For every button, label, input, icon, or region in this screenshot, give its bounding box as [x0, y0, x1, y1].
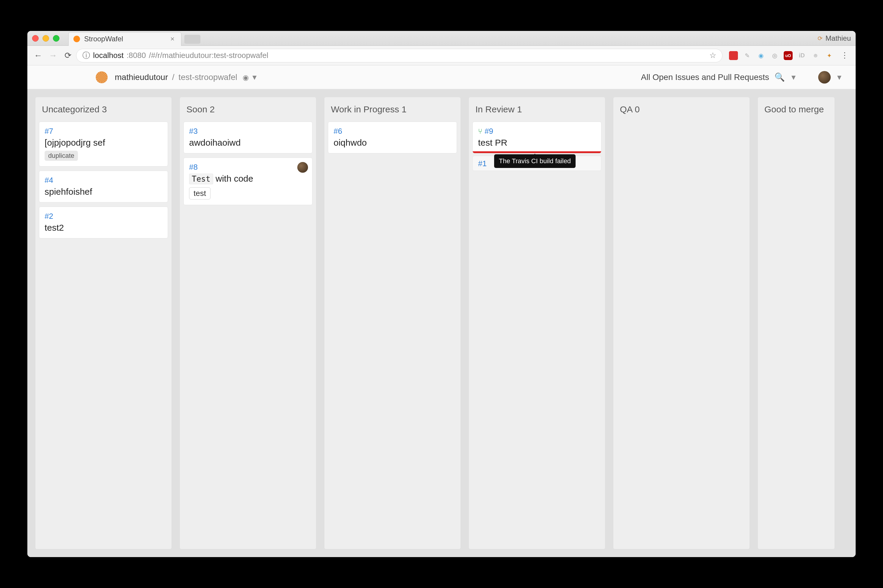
search-icon[interactable]: 🔍	[775, 72, 785, 82]
issue-number[interactable]: #8	[189, 163, 198, 172]
issue-card[interactable]: #2 test2	[39, 207, 168, 238]
column-cards	[758, 122, 835, 125]
issue-title: spiehfoishef	[45, 187, 162, 197]
nav-forward-button[interactable]: →	[46, 49, 60, 62]
titlebar: StroopWafel × ⟳ Mathieu	[27, 31, 856, 46]
app-logo-icon[interactable]	[96, 71, 108, 83]
filter-label[interactable]: All Open Issues and Pull Requests	[641, 72, 769, 82]
column-cards: ⑂ #9 test PR #1 The Travis CI build fail…	[469, 122, 605, 174]
issue-title: oiqhwdo	[334, 138, 451, 148]
column-count: 0	[635, 104, 640, 114]
chevron-down-icon[interactable]: ▾	[837, 72, 841, 82]
column-good-to-merge: Good to merge	[757, 97, 835, 549]
assignee-avatar[interactable]	[297, 162, 308, 173]
column-title: Soon	[186, 104, 207, 114]
issue-title: awdoihaoiwd	[189, 138, 307, 148]
column-header[interactable]: Work in Progress 1	[324, 97, 460, 122]
header-right: All Open Issues and Pull Requests 🔍 ▾ ▾	[641, 71, 841, 84]
user-avatar[interactable]	[818, 71, 831, 84]
extension-icon[interactable]: uO	[784, 51, 793, 60]
column-cards	[613, 122, 750, 125]
nav-back-button[interactable]: ←	[31, 49, 45, 62]
column-header[interactable]: QA 0	[613, 97, 750, 122]
issue-label[interactable]: test	[189, 187, 210, 200]
breadcrumb-repo[interactable]: test-stroopwafel	[178, 72, 237, 82]
nav-reload-button[interactable]: ⟳	[61, 49, 74, 62]
column-title: Good to merge	[765, 104, 824, 114]
extension-icon[interactable]: ◎	[770, 51, 779, 60]
issue-number[interactable]: #3	[189, 127, 198, 136]
issue-number[interactable]: ⑂ #9	[478, 127, 493, 136]
issue-card[interactable]: #8 Test with code test	[183, 158, 312, 205]
column-title: QA	[620, 104, 633, 114]
close-tab-icon[interactable]: ×	[170, 35, 174, 43]
browser-window: StroopWafel × ⟳ Mathieu ← → ⟳ ⓘ localhos…	[27, 31, 856, 557]
zoom-window-button[interactable]	[53, 35, 60, 42]
column-uncategorized: Uncategorized 3 #7 [ojpjopodjrg sef dupl…	[35, 97, 172, 549]
addr-port: :8080	[127, 51, 146, 60]
issue-title-code: Test	[189, 174, 213, 184]
window-controls	[32, 35, 60, 42]
column-count: 1	[517, 104, 522, 114]
sync-icon: ⟳	[818, 35, 823, 42]
column-count: 3	[102, 104, 107, 114]
column-header[interactable]: Uncategorized 3	[35, 97, 172, 122]
issue-number[interactable]: #6	[334, 127, 342, 136]
chevron-down-icon[interactable]: ▾	[252, 72, 256, 82]
breadcrumb-separator: /	[172, 72, 174, 82]
column-header[interactable]: Good to merge	[758, 97, 835, 122]
issue-card[interactable]: #4 spiehfoishef	[39, 171, 168, 202]
minimize-window-button[interactable]	[42, 35, 49, 42]
issue-title: [ojpjopodjrg sef	[45, 138, 162, 148]
bookmark-star-icon[interactable]: ☆	[709, 51, 716, 60]
issue-card-peek[interactable]: #1 The Travis CI build failed	[472, 156, 601, 171]
column-wip: Work in Progress 1 #6 oiqhwdo	[324, 97, 461, 549]
column-header[interactable]: Soon 2	[180, 97, 316, 122]
breadcrumb: mathieudutour / test-stroopwafel ◉ ▾	[115, 72, 256, 82]
address-bar[interactable]: ⓘ localhost:8080/#/r/mathieudutour:test-…	[76, 49, 723, 62]
extension-icon[interactable]	[729, 51, 738, 60]
kanban-board: Uncategorized 3 #7 [ojpjopodjrg sef dupl…	[27, 89, 856, 557]
chevron-down-icon[interactable]: ▾	[792, 72, 796, 82]
extension-icon[interactable]: iD	[798, 51, 806, 60]
profile-name: Mathieu	[826, 34, 851, 42]
column-cards: #6 oiqhwdo	[324, 122, 460, 157]
issue-title-text: with code	[213, 174, 253, 183]
column-count: 1	[402, 104, 407, 114]
addr-path: /#/r/mathieudutour:test-stroopwafel	[149, 51, 268, 60]
ci-tooltip: The Travis CI build failed	[494, 154, 576, 168]
extension-icon[interactable]: ☻	[811, 51, 820, 60]
column-soon: Soon 2 #3 awdoihaoiwd #8 Test with code …	[180, 97, 316, 549]
eye-icon[interactable]: ◉	[243, 74, 249, 81]
pull-request-icon: ⑂	[478, 127, 482, 135]
tab-favicon	[73, 36, 80, 42]
column-in-review: In Review 1 ⑂ #9 test PR #1 The Travis C…	[469, 97, 605, 549]
new-tab-button[interactable]	[184, 35, 200, 44]
issue-card[interactable]: #7 [ojpjopodjrg sef duplicate	[39, 122, 168, 166]
issue-card[interactable]: #3 awdoihaoiwd	[183, 122, 312, 153]
browser-menu-button[interactable]: ⋮	[838, 51, 852, 60]
issue-number[interactable]: #7	[45, 127, 53, 136]
issue-title: Test with code	[189, 174, 307, 184]
issue-card[interactable]: #6 oiqhwdo	[328, 122, 457, 153]
issue-number-text: #9	[484, 127, 493, 136]
column-qa: QA 0	[613, 97, 750, 549]
tab-title: StroopWafel	[84, 35, 123, 43]
browser-tab[interactable]: StroopWafel ×	[68, 32, 181, 46]
titlebar-profile[interactable]: ⟳ Mathieu	[818, 34, 851, 42]
pr-card[interactable]: ⑂ #9 test PR	[472, 122, 601, 153]
extension-icon[interactable]: ✎	[743, 51, 752, 60]
column-cards: #7 [ojpjopodjrg sef duplicate #4 spiehfo…	[35, 122, 172, 242]
extension-icon[interactable]: ✦	[825, 51, 834, 60]
issue-number[interactable]: #4	[45, 176, 53, 185]
issue-number[interactable]: #2	[45, 212, 53, 221]
column-header[interactable]: In Review 1	[469, 97, 605, 122]
issue-number[interactable]: #1	[478, 159, 487, 168]
extension-icons: ✎ ◉ ◎ uO iD ☻ ✦	[724, 51, 836, 60]
close-window-button[interactable]	[32, 35, 39, 42]
extension-icon[interactable]: ◉	[756, 51, 765, 60]
breadcrumb-owner[interactable]: mathieudutour	[115, 72, 168, 82]
site-info-icon[interactable]: ⓘ	[82, 50, 90, 61]
issue-title: test2	[45, 223, 162, 233]
issue-label[interactable]: duplicate	[45, 151, 78, 161]
